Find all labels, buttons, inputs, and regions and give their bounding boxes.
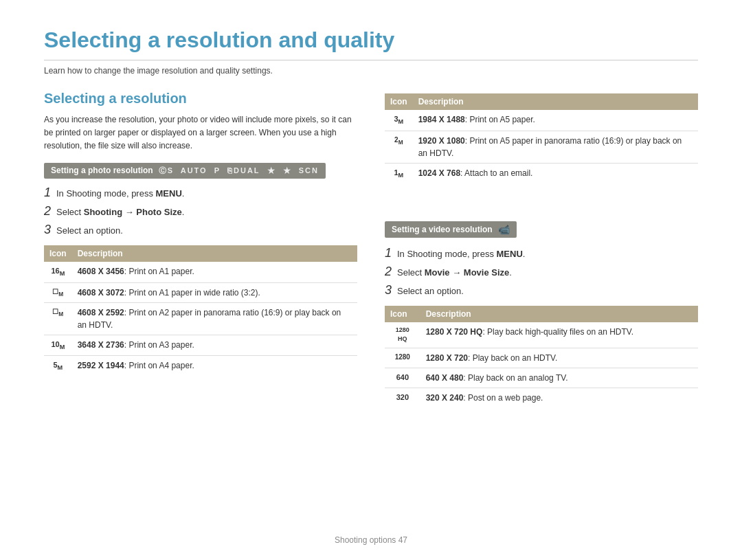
table-row: 16M 4608 X 3456: Print on A1 paper. [44, 262, 357, 282]
right-column: Icon Description 3M 1984 X 1488: Print o… [385, 91, 698, 407]
icon-panorama: ☐M [44, 302, 72, 335]
icon-640: 640 [385, 368, 420, 388]
photo-options-table-right: Icon Description 3M 1984 X 1488: Print o… [385, 93, 698, 184]
desc-panorama: 4608 X 2592: Print on A2 paper in panora… [72, 302, 357, 335]
video-icon: 📹 [498, 224, 510, 235]
photo-setting-label: Setting a photo resolution [51, 166, 153, 175]
desc-1m: 1024 X 768: Attach to an email. [413, 163, 698, 183]
video-setting-label: Setting a video resolution [392, 225, 493, 234]
table-row: 1280HQ 1280 X 720 HQ: Play back high-qua… [385, 322, 698, 348]
section-title-resolution: Selecting a resolution [44, 91, 357, 107]
left-column: Selecting a resolution As you increase t… [44, 91, 357, 407]
table-row: 2M 1920 X 1080: Print on A5 paper in pan… [385, 131, 698, 163]
desc-1280: 1280 X 720: Play back on an HDTV. [420, 348, 698, 368]
icon-1280: 1280 [385, 348, 420, 368]
step-1: 1 In Shooting mode, press MENU. [44, 186, 357, 200]
desc-2m: 1920 X 1080: Print on A5 paper in panora… [413, 131, 698, 163]
icon-10m: 10M [44, 335, 72, 356]
desc-wide: 4608 X 3072: Print on A1 paper in wide r… [72, 282, 357, 302]
icon-3m: 3M [385, 110, 413, 131]
footer-text: Shooting options 47 [335, 535, 407, 545]
page-subtitle: Learn how to change the image resolution… [44, 66, 698, 76]
desc-16m: 4608 X 3456: Print on A1 paper. [72, 262, 357, 282]
col-icon-header-v: Icon [385, 306, 420, 322]
page-title: Selecting a resolution and quality [44, 27, 698, 60]
desc-3m: 1984 X 1488: Print on A5 paper. [413, 110, 698, 131]
col-icon-header-r: Icon [385, 93, 413, 110]
col-icon-header: Icon [44, 245, 72, 262]
section-description: As you increase the resolution, your pho… [44, 113, 357, 153]
video-setting-bar: Setting a video resolution 📹 [385, 221, 517, 238]
video-step-2: 2 Select Movie → Movie Size. [385, 265, 698, 279]
table-row: 640 640 X 480: Play back on an analog TV… [385, 368, 698, 388]
desc-10m: 3648 X 2736: Print on A3 paper. [72, 335, 357, 356]
photo-setting-bar: Setting a photo resolution ⒸS AUTO P ⎘DU… [44, 163, 326, 179]
table-row: ☐M 4608 X 2592: Print on A2 paper in pan… [44, 302, 357, 335]
table-row: 3M 1984 X 1488: Print on A5 paper. [385, 110, 698, 131]
icon-2m: 2M [385, 131, 413, 163]
table-row: 5M 2592 X 1944: Print on A4 paper. [44, 356, 357, 377]
photo-options-table: Icon Description 16M 4608 X 3456: Print … [44, 245, 357, 377]
video-step-3: 3 Select an option. [385, 283, 698, 298]
desc-1280hq: 1280 X 720 HQ: Play back high-quality fi… [420, 322, 698, 348]
desc-320: 320 X 240: Post on a web page. [420, 388, 698, 407]
table-row: 10M 3648 X 2736: Print on A3 paper. [44, 335, 357, 356]
icon-wide: ☐M [44, 282, 72, 302]
table-row: 1M 1024 X 768: Attach to an email. [385, 163, 698, 183]
icon-320: 320 [385, 388, 420, 407]
table-row: 320 320 X 240: Post on a web page. [385, 388, 698, 407]
icon-1280hq: 1280HQ [385, 322, 420, 348]
step-2: 2 Select Shooting → Photo Size. [44, 204, 357, 219]
col-desc-header-r: Description [413, 93, 698, 110]
icon-5m: 5M [44, 356, 72, 377]
icon-16m: 16M [44, 262, 72, 282]
table-row: ☐M 4608 X 3072: Print on A1 paper in wid… [44, 282, 357, 302]
video-options-table: Icon Description 1280HQ 1280 X 720 HQ: P… [385, 306, 698, 407]
step-3: 3 Select an option. [44, 223, 357, 237]
col-desc-header: Description [72, 245, 357, 262]
icon-1m: 1M [385, 163, 413, 183]
desc-640: 640 X 480: Play back on an analog TV. [420, 368, 698, 388]
col-desc-header-v: Description [420, 306, 698, 322]
video-steps: 1 In Shooting mode, press MENU. 2 Select… [385, 246, 698, 298]
page-footer: Shooting options 47 [0, 535, 742, 545]
desc-5m: 2592 X 1944: Print on A4 paper. [72, 356, 357, 377]
video-step-1: 1 In Shooting mode, press MENU. [385, 246, 698, 260]
photo-steps: 1 In Shooting mode, press MENU. 2 Select… [44, 186, 357, 237]
table-row: 1280 1280 X 720: Play back on an HDTV. [385, 348, 698, 368]
photo-setting-icons: ⒸS AUTO P ⎘DUAL ★ ★ SCN [159, 166, 319, 176]
